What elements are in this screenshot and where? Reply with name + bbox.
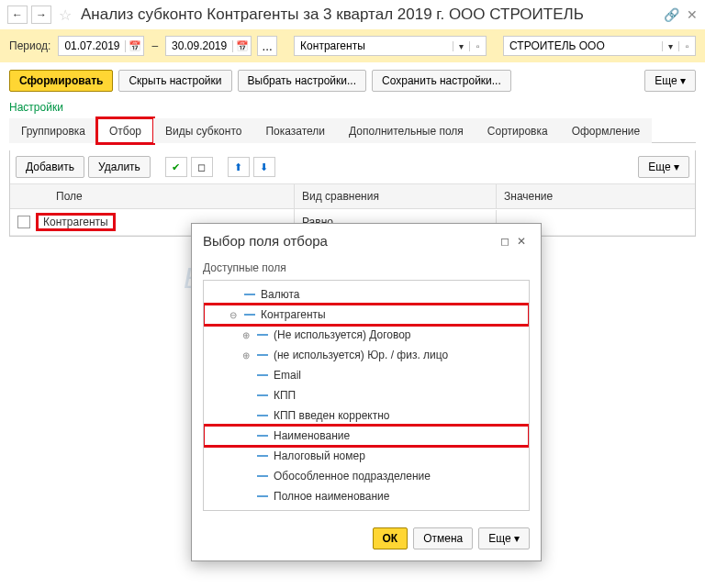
col-field: Поле bbox=[10, 184, 295, 208]
col-cmp: Вид сравнения bbox=[295, 184, 497, 208]
row-field[interactable]: Контрагенты bbox=[38, 215, 114, 229]
save-settings-button[interactable]: Сохранить настройки... bbox=[372, 70, 511, 92]
back-button[interactable]: ← bbox=[7, 6, 28, 24]
date-to-field[interactable] bbox=[166, 38, 232, 54]
dimension-combo[interactable]: ▾ ▫ bbox=[294, 36, 487, 56]
period-more-button[interactable]: ... bbox=[257, 36, 277, 56]
tab-extra-fields[interactable]: Дополнительные поля bbox=[337, 118, 476, 143]
date-from-input[interactable]: 📅 bbox=[58, 36, 144, 56]
tab-format[interactable]: Оформление bbox=[560, 118, 652, 143]
org-field[interactable] bbox=[504, 38, 662, 54]
chevron-down-icon[interactable]: ▾ bbox=[453, 41, 469, 51]
tabs: Группировка Отбор Виды субконто Показате… bbox=[9, 117, 696, 143]
combo-more-icon[interactable]: ▫ bbox=[678, 41, 695, 51]
run-button[interactable]: Сформировать bbox=[9, 70, 113, 92]
col-val: Значение bbox=[497, 184, 695, 208]
tab-subconto[interactable]: Виды субконто bbox=[153, 118, 253, 143]
close-icon[interactable]: ✕ bbox=[513, 235, 530, 245]
move-up-icon[interactable]: ⬆ bbox=[228, 157, 250, 177]
field-select-dialog: Выбор поля отбора ◻ ✕ Доступные поля Вал… bbox=[191, 223, 542, 244]
combo-more-icon[interactable]: ▫ bbox=[469, 41, 486, 51]
uncheck-icon[interactable]: ◻ bbox=[191, 157, 213, 177]
tab-filter[interactable]: Отбор bbox=[97, 118, 153, 143]
forward-button[interactable]: → bbox=[31, 6, 51, 24]
settings-heading: Настройки bbox=[0, 99, 705, 117]
page-title: Анализ субконто Контрагенты за 3 квартал… bbox=[81, 6, 660, 24]
calendar-icon[interactable]: 📅 bbox=[232, 40, 251, 52]
hide-settings-button[interactable]: Скрыть настройки bbox=[118, 70, 231, 92]
move-down-icon[interactable]: ⬇ bbox=[253, 157, 275, 177]
choose-settings-button[interactable]: Выбрать настройки... bbox=[238, 70, 366, 92]
add-button[interactable]: Добавить bbox=[16, 156, 84, 178]
dialog-title: Выбор поля отбора bbox=[203, 233, 497, 244]
check-icon[interactable]: ✔ bbox=[165, 157, 187, 177]
more-button[interactable]: Еще ▾ bbox=[644, 70, 696, 92]
link-icon[interactable]: 🔗 bbox=[664, 7, 679, 22]
row-checkbox[interactable] bbox=[17, 216, 30, 228]
panel-more-button[interactable]: Еще ▾ bbox=[638, 156, 689, 178]
maximize-icon[interactable]: ◻ bbox=[497, 235, 513, 245]
date-to-input[interactable]: 📅 bbox=[165, 36, 252, 56]
close-icon[interactable]: ✕ bbox=[687, 7, 698, 22]
tab-grouping[interactable]: Группировка bbox=[9, 118, 97, 143]
date-from-field[interactable] bbox=[59, 38, 125, 54]
dash: – bbox=[151, 39, 158, 52]
calendar-icon[interactable]: 📅 bbox=[125, 40, 143, 52]
chevron-down-icon[interactable]: ▾ bbox=[662, 41, 678, 51]
tab-indicators[interactable]: Показатели bbox=[253, 118, 337, 143]
tab-sort[interactable]: Сортировка bbox=[476, 118, 560, 143]
star-icon[interactable]: ☆ bbox=[59, 6, 72, 24]
dimension-field[interactable] bbox=[295, 38, 453, 54]
org-combo[interactable]: ▾ ▫ bbox=[503, 36, 696, 56]
period-label: Период: bbox=[9, 39, 50, 52]
delete-button[interactable]: Удалить bbox=[88, 156, 151, 178]
